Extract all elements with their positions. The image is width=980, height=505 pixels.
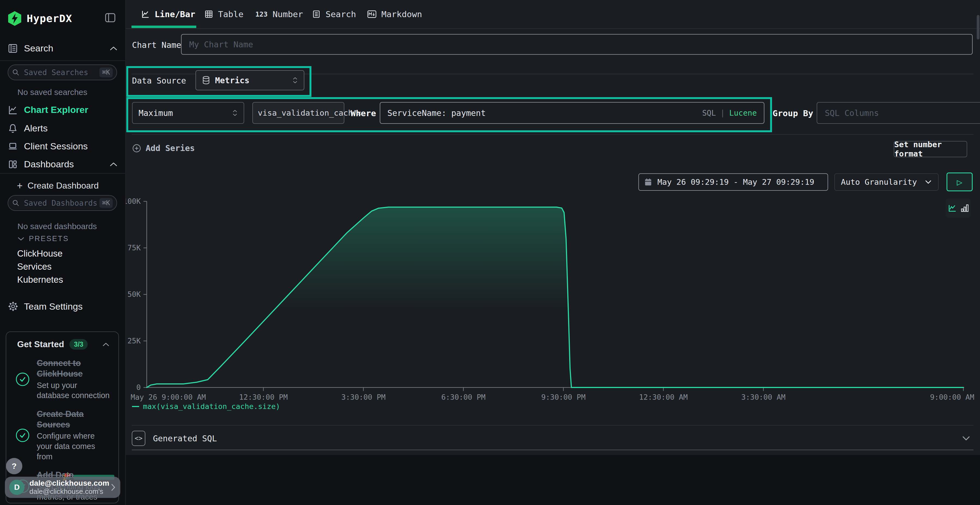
line-chart-icon <box>141 10 150 19</box>
data-source-select[interactable]: Metrics <box>196 70 304 91</box>
chevron-up-icon <box>110 162 118 167</box>
sidebar-item-dashboards[interactable]: Dashboards <box>8 159 118 170</box>
granularity-select[interactable]: Auto Granularity <box>834 173 939 191</box>
sidebar-item-client-sessions[interactable]: Client Sessions <box>8 141 88 152</box>
user-menu[interactable]: D dale@clickhouse.com dale@clickhouse.co… <box>5 477 120 498</box>
lucene-mode-toggle[interactable]: Lucene <box>729 108 757 118</box>
sidebar-preset-services[interactable]: Services <box>17 260 63 273</box>
run-query-button[interactable]: ▷ <box>947 173 973 191</box>
presets-toggle[interactable]: PRESETS <box>18 235 69 243</box>
tab-label: Line/Bar <box>154 9 195 19</box>
chart-legend: max(visa_validation_cache.size) <box>132 402 280 411</box>
saved-searches-field[interactable] <box>24 68 99 77</box>
add-series-button[interactable]: Add Series <box>132 143 195 153</box>
chart-name-input[interactable] <box>181 34 973 55</box>
sidebar-item-team-settings[interactable]: Team Settings <box>8 301 83 312</box>
get-started-badge: 3/3 <box>69 339 88 349</box>
sidebar-search-label: Search <box>24 43 53 54</box>
y-axis-tick-label: 100K <box>126 197 141 205</box>
scrollbar-thumb[interactable] <box>977 15 980 40</box>
calendar-icon <box>644 178 652 186</box>
plus-circle-icon <box>132 144 141 153</box>
saved-searches-input[interactable]: ⌘K <box>8 65 117 80</box>
dashboards-label: Dashboards <box>24 159 74 170</box>
laptop-icon <box>8 141 18 152</box>
where-input[interactable]: ServiceName: payment SQL | Lucene <box>380 102 764 124</box>
get-started-item[interactable]: Create Data SourcesConfigure where your … <box>16 409 111 462</box>
sidebar-preset-kubernetes[interactable]: Kubernetes <box>17 273 63 286</box>
shortcut-badge: ⌘K <box>99 198 113 208</box>
create-dashboard-button[interactable]: + Create Dashboard <box>17 181 99 191</box>
line-chart: 025K50K75K100KMay 26 9:00:00 AM12:30:00 … <box>126 191 980 408</box>
select-chevrons-icon <box>293 77 298 84</box>
alerts-label: Alerts <box>24 123 48 133</box>
sql-mode-toggle[interactable]: SQL <box>702 108 716 118</box>
plus-icon: + <box>17 181 22 191</box>
tab-line-bar[interactable]: Line/Bar <box>141 0 195 28</box>
help-button[interactable]: ? <box>6 458 22 474</box>
avatar-initial: D <box>14 483 20 492</box>
y-axis-tick-label: 75K <box>127 243 141 252</box>
chevron-down-icon <box>18 237 24 241</box>
code-icon: <> <box>132 431 145 446</box>
sidebar-collapse-icon[interactable] <box>105 13 115 22</box>
chart-area[interactable]: 025K50K75K100KMay 26 9:00:00 AM12:30:00 … <box>126 191 980 408</box>
chevron-up-icon <box>110 46 118 51</box>
markdown-icon <box>367 10 377 18</box>
set-number-format-button[interactable]: Set number format <box>894 141 967 157</box>
select-chevrons-icon <box>232 110 238 116</box>
app-root: HyperDX Search <box>0 0 980 505</box>
get-started-header[interactable]: Get Started 3/3 <box>17 339 110 349</box>
sidebar-preset-clickhouse[interactable]: ClickHouse <box>17 247 63 260</box>
create-dashboard-label: Create Dashboard <box>27 181 99 191</box>
get-started-item[interactable]: Connect to ClickHouseSet up your databas… <box>16 358 111 401</box>
no-saved-dashboards: No saved dashboards <box>18 222 97 231</box>
presets-label: PRESETS <box>29 235 69 243</box>
group-by-input[interactable] <box>817 102 980 124</box>
data-source-value: Metrics <box>215 76 249 85</box>
check-circle-icon <box>16 372 30 386</box>
tab-markdown[interactable]: Markdown <box>367 0 422 28</box>
chart-type-tabbar: Line/Bar Table 123 Number <box>126 0 980 29</box>
tab-label: Markdown <box>381 9 422 19</box>
chart-name-field[interactable] <box>189 40 965 49</box>
chevron-down-icon <box>924 180 932 184</box>
sidebar-item-chart-explorer[interactable]: Chart Explorer <box>8 105 88 115</box>
bell-icon <box>8 123 18 133</box>
saved-dashboards-input[interactable]: ⌘K <box>8 195 117 211</box>
date-range-picker[interactable]: May 26 09:29:19 - May 27 09:29:19 <box>638 173 828 191</box>
journal-icon <box>8 43 18 54</box>
x-axis-tick-label: 3:30:00 AM <box>741 393 786 401</box>
no-saved-searches: No saved searches <box>18 87 88 97</box>
tab-table[interactable]: Table <box>204 0 243 28</box>
get-started-title: Get Started <box>17 339 64 349</box>
get-started-item-subtitle: Configure where your data comes from <box>37 431 111 462</box>
logo: HyperDX <box>8 11 72 26</box>
user-subtitle: dale@clickhouse.com's <box>29 488 109 496</box>
chart-line-icon <box>8 105 18 115</box>
aggregation-select[interactable]: Maximum <box>132 102 244 124</box>
tab-label: Table <box>218 9 243 19</box>
generated-sql-toggle[interactable]: <> Generated SQL <box>132 429 974 447</box>
where-label: Where <box>351 108 376 118</box>
legend-swatch <box>132 406 139 407</box>
shortcut-badge: ⌘K <box>99 67 113 77</box>
metric-tag[interactable]: visa_validation_cach × <box>252 102 344 124</box>
group-by-field[interactable] <box>824 108 980 118</box>
sidebar-item-alerts[interactable]: Alerts <box>8 123 48 133</box>
team-settings-label: Team Settings <box>24 301 83 312</box>
avatar: D <box>9 480 24 495</box>
list-icon <box>312 10 321 19</box>
tab-search[interactable]: Search <box>312 0 356 28</box>
metric-tag-label: visa_validation_cach <box>258 108 353 118</box>
x-axis-tick-label: 9:30:00 PM <box>541 393 585 401</box>
sidebar: HyperDX Search <box>0 0 126 505</box>
sidebar-item-search[interactable]: Search <box>8 43 118 54</box>
gear-icon <box>8 301 19 312</box>
saved-dashboards-field[interactable] <box>24 199 99 208</box>
aggregation-value: Maximum <box>138 108 173 118</box>
play-icon: ▷ <box>957 176 962 187</box>
app-title: HyperDX <box>27 13 72 24</box>
search-icon <box>12 68 20 76</box>
tab-number[interactable]: 123 Number <box>255 0 303 28</box>
